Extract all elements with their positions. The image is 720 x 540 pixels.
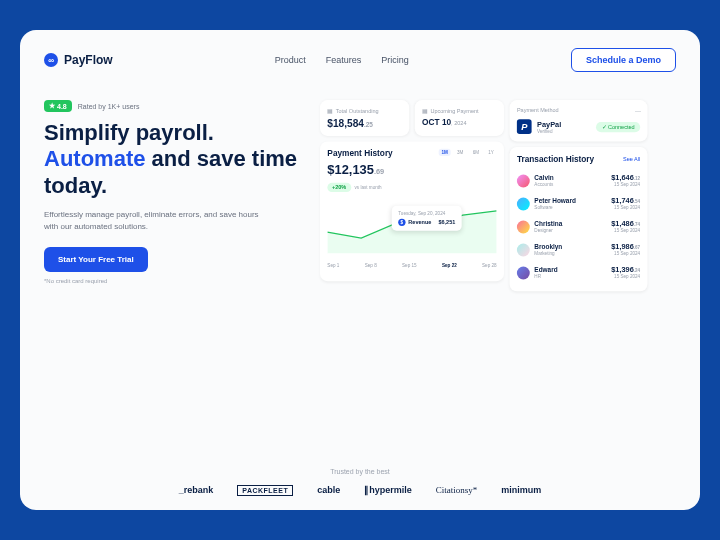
range-tabs: 1M 3M 6M 1Y <box>439 149 497 156</box>
outstanding-value: $18,584 <box>327 117 364 128</box>
xlabel-1: Sep 1 <box>327 263 339 269</box>
tx-date: 15 Sep 2024 <box>611 274 640 280</box>
see-all-link[interactable]: See All <box>623 156 640 162</box>
xlabel-5: Sep 28 <box>482 263 497 269</box>
ph-amount: $12,135 <box>327 162 374 177</box>
subheadline: Effortlessly manage payroll, eliminate e… <box>44 209 274 233</box>
range-3m[interactable]: 3M <box>454 149 466 156</box>
upcoming-date: OCT 10 <box>422 117 451 126</box>
xlabel-4: Sep 22 <box>442 263 457 269</box>
range-1y[interactable]: 1Y <box>485 149 496 156</box>
tooltip-label: Revenue <box>408 220 431 226</box>
ph-pct: +20% <box>327 183 350 192</box>
tooltip-value: $6,251 <box>438 220 455 226</box>
rating-badge: ★ 4.8 <box>44 100 72 112</box>
calendar-icon: ▦ <box>422 107 428 113</box>
upcoming-card: ▦Upcoming Payment OCT 10, 2024 <box>415 100 504 136</box>
main-content: ★ 4.8 Rated by 1K+ users Simplify payrol… <box>44 100 676 308</box>
chart-x-labels: Sep 1 Sep 8 Sep 15 Sep 22 Sep 28 <box>327 263 496 269</box>
nav-pricing[interactable]: Pricing <box>381 55 409 65</box>
tx-amount: $1,396.24 <box>611 266 640 274</box>
logo-packfleet: PACKFLEET <box>237 485 293 496</box>
schedule-demo-button[interactable]: Schedule a Demo <box>571 48 676 72</box>
upcoming-label: Upcoming Payment <box>430 108 478 114</box>
connected-badge: ✓ Connected <box>596 122 640 132</box>
more-icon[interactable]: ⋯ <box>635 107 641 113</box>
outstanding-dec: .25 <box>364 121 373 127</box>
ph-vs: vs last month <box>355 185 382 191</box>
brand[interactable]: ∞ PayFlow <box>44 53 113 67</box>
headline-line1: Simplify payroll. <box>44 120 214 145</box>
pm-header-label: Payment Method <box>517 107 559 113</box>
th-title: Transaction History <box>517 154 594 163</box>
tx-role: Accounts <box>534 181 553 187</box>
outstanding-label: Total Outstanding <box>336 108 379 114</box>
hero-section: ★ 4.8 Rated by 1K+ users Simplify payrol… <box>44 100 300 308</box>
tx-date: 15 Sep 2024 <box>611 228 640 234</box>
transaction-row[interactable]: CalvinAccounts$1,646.1215 Sep 2024 <box>517 169 640 192</box>
outstanding-card: ▦Total Outstanding $18,584.25 <box>320 100 409 136</box>
tooltip-date: Tuesday, Sep 20, 2024 <box>398 210 455 216</box>
rating: ★ 4.8 Rated by 1K+ users <box>44 100 300 112</box>
avatar <box>517 174 530 187</box>
ph-dec: .69 <box>374 167 384 175</box>
tx-amount: $1,486.74 <box>611 220 640 228</box>
chart-area: Tuesday, Sep 20, 2024 $Revenue $6,251 Se… <box>327 200 496 274</box>
xlabel-3: Sep 15 <box>402 263 417 269</box>
range-1m[interactable]: 1M <box>439 149 451 156</box>
transaction-list: CalvinAccounts$1,646.1215 Sep 2024Peter … <box>517 169 640 284</box>
avatar <box>517 220 530 233</box>
tx-amount: $1,986.67 <box>611 243 640 251</box>
avatar <box>517 243 530 256</box>
logo-rebank: _rebank <box>179 485 214 496</box>
headline-accent: Automate <box>44 146 145 171</box>
tx-date: 15 Sep 2024 <box>611 205 640 211</box>
transaction-row[interactable]: EdwardHR$1,396.2415 Sep 2024 <box>517 261 640 284</box>
payment-history-card: 1M 3M 6M 1Y Payment History $12,135.69 +… <box>320 141 504 281</box>
xlabel-2: Sep 8 <box>365 263 377 269</box>
nav-product[interactable]: Product <box>275 55 306 65</box>
logo-citationsy: Citationsy* <box>436 485 478 496</box>
tx-role: Designer <box>534 227 562 233</box>
headline: Simplify payroll. Automate and save time… <box>44 120 300 199</box>
transaction-row[interactable]: ChristinaDesigner$1,486.7415 Sep 2024 <box>517 215 640 238</box>
trusted-section: Trusted by the best _rebank PACKFLEET ca… <box>20 468 700 496</box>
rating-text: Rated by 1K+ users <box>78 103 140 110</box>
tx-amount: $1,746.54 <box>611 197 640 205</box>
partner-logos: _rebank PACKFLEET cable ‖hypermile Citat… <box>20 485 700 496</box>
transaction-row[interactable]: BrooklynMarketing$1,986.6715 Sep 2024 <box>517 238 640 261</box>
avatar <box>517 266 530 279</box>
cta-note: *No credit card required <box>44 278 300 284</box>
landing-page: ∞ PayFlow Product Features Pricing Sched… <box>20 30 700 510</box>
nav-features[interactable]: Features <box>326 55 362 65</box>
rating-score: 4.8 <box>57 103 67 110</box>
tx-date: 15 Sep 2024 <box>611 182 640 188</box>
logo-hypermile: ‖hypermile <box>364 485 412 496</box>
chart-tooltip: Tuesday, Sep 20, 2024 $Revenue $6,251 <box>392 206 462 231</box>
dashboard-preview: ▦Total Outstanding $18,584.25 ▦Upcoming … <box>320 100 648 291</box>
tx-amount: $1,646.12 <box>611 174 640 182</box>
brand-name: PayFlow <box>64 53 113 67</box>
trusted-label: Trusted by the best <box>20 468 700 475</box>
tx-role: HR <box>534 273 557 279</box>
dollar-icon: $ <box>398 219 405 226</box>
tx-role: Software <box>534 204 576 210</box>
logo-minimum: minimum <box>501 485 541 496</box>
paypal-icon: P <box>517 119 532 134</box>
start-trial-button[interactable]: Start Your Free Trial <box>44 247 148 272</box>
tx-role: Marketing <box>534 250 562 256</box>
pm-name: PayPal <box>537 120 561 128</box>
tx-date: 15 Sep 2024 <box>611 251 640 257</box>
transaction-row[interactable]: Peter HowardSoftware$1,746.5415 Sep 2024 <box>517 192 640 215</box>
nav-links: Product Features Pricing <box>275 55 409 65</box>
payment-method-card: Payment Method⋯ P PayPal Verified ✓ Conn… <box>510 100 648 141</box>
pm-status: Verified <box>537 128 561 134</box>
brand-icon: ∞ <box>44 53 58 67</box>
transaction-history-card: Transaction History See All CalvinAccoun… <box>510 147 648 291</box>
top-nav: ∞ PayFlow Product Features Pricing Sched… <box>44 48 676 72</box>
avatar <box>517 197 530 210</box>
logo-cable: cable <box>317 485 340 496</box>
chart-icon: ▦ <box>327 107 333 113</box>
range-6m[interactable]: 6M <box>470 149 482 156</box>
upcoming-year: , 2024 <box>451 120 466 126</box>
